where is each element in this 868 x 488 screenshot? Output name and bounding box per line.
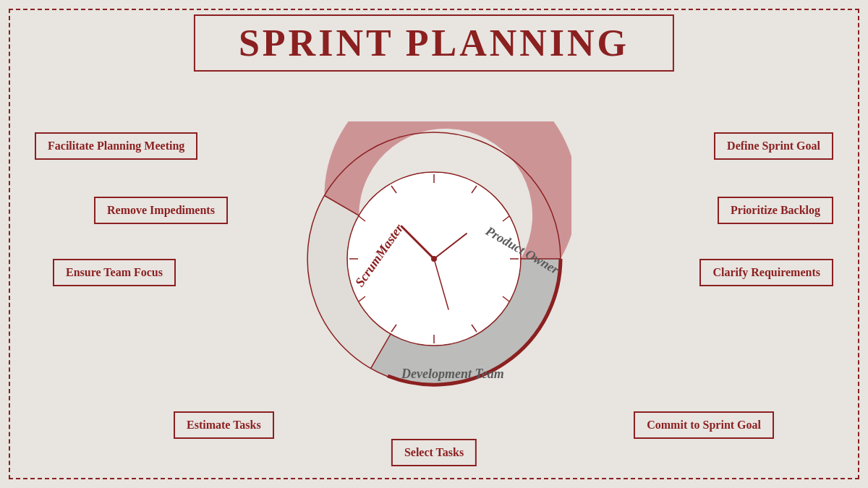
estimate-label: Estimate Tasks xyxy=(187,419,261,431)
page-title: SPRINT PLANNING xyxy=(239,22,629,64)
select-label: Select Tasks xyxy=(404,446,464,458)
clarify-label-box: Clarify Requirements xyxy=(699,259,833,286)
title-box: SPRINT PLANNING xyxy=(194,14,674,72)
diagram-container: ScrumMaster Product Owner Development Te… xyxy=(297,121,571,396)
clock-center xyxy=(431,256,437,262)
remove-label-box: Remove Impediments xyxy=(94,197,228,224)
remove-label: Remove Impediments xyxy=(107,204,215,216)
select-label-box: Select Tasks xyxy=(391,439,477,466)
commit-label-box: Commit to Sprint Goal xyxy=(634,411,774,439)
commit-label: Commit to Sprint Goal xyxy=(647,419,761,431)
diagram-svg: ScrumMaster Product Owner Development Te… xyxy=(297,121,571,396)
ensure-label: Ensure Team Focus xyxy=(66,266,163,278)
define-label: Define Sprint Goal xyxy=(727,140,820,152)
estimate-label-box: Estimate Tasks xyxy=(174,411,274,439)
define-label-box: Define Sprint Goal xyxy=(714,132,833,160)
prioritize-label: Prioritize Backlog xyxy=(731,204,820,216)
facilitate-label: Facilitate Planning Meeting xyxy=(48,140,184,152)
prioritize-label-box: Prioritize Backlog xyxy=(718,197,833,224)
clarify-label: Clarify Requirements xyxy=(712,266,820,278)
facilitate-label-box: Facilitate Planning Meeting xyxy=(35,132,197,160)
ensure-label-box: Ensure Team Focus xyxy=(53,259,176,286)
devteam-label: Development Team xyxy=(401,367,504,381)
